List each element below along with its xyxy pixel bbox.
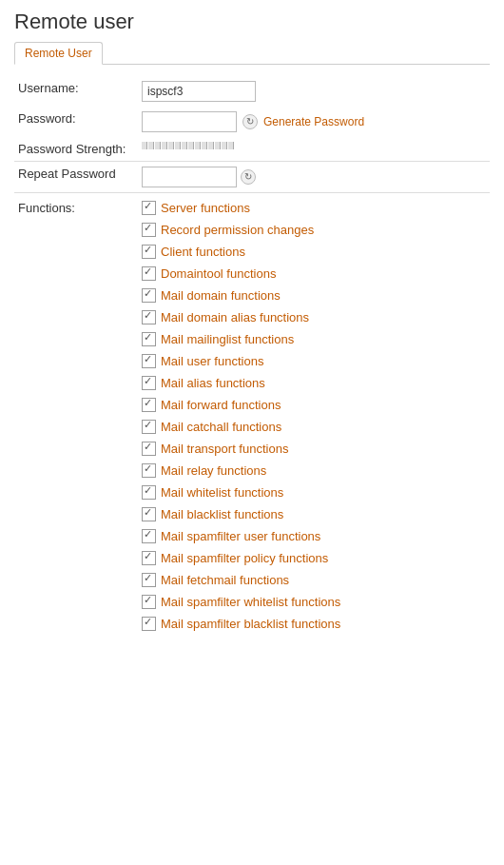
username-input[interactable] (142, 81, 256, 102)
function-item-mail_transport: Mail transport functions (142, 439, 486, 459)
checkbox-mail_catchall[interactable] (142, 420, 156, 434)
tab-bar: Remote User (14, 42, 490, 65)
function-label-record_permission[interactable]: Record permission changes (161, 223, 314, 237)
checkbox-mail_spamfilter_blacklist[interactable] (142, 617, 156, 631)
function-label-mail_catchall[interactable]: Mail catchall functions (161, 420, 281, 434)
function-item-mail_user: Mail user functions (142, 351, 486, 371)
functions-list: Server functionsRecord permission change… (142, 198, 486, 634)
strength-tick (142, 142, 147, 149)
function-item-mail_spamfilter_whitelist: Mail spamfilter whitelist functions (142, 592, 486, 612)
generate-password-link[interactable]: Generate Password (263, 115, 364, 128)
strength-tick (215, 142, 221, 149)
checkbox-mail_spamfilter_whitelist[interactable] (142, 595, 156, 609)
function-label-mail_spamfilter_whitelist[interactable]: Mail spamfilter whitelist functions (161, 595, 340, 609)
strength-tick (168, 142, 174, 149)
functions-row: Functions: Server functionsRecord permis… (14, 193, 490, 639)
password-label: Password: (14, 107, 138, 137)
function-label-server[interactable]: Server functions (161, 201, 250, 215)
function-label-mail_domain[interactable]: Mail domain functions (161, 288, 281, 303)
checkbox-mail_fetchmail[interactable] (142, 573, 156, 587)
function-label-mail_user[interactable]: Mail user functions (161, 354, 263, 368)
function-label-client[interactable]: Client functions (161, 245, 245, 259)
checkbox-domaintool[interactable] (142, 266, 156, 281)
function-item-mail_domain: Mail domain functions (142, 285, 486, 305)
function-label-mail_spamfilter_policy[interactable]: Mail spamfilter policy functions (161, 551, 328, 565)
strength-tick (188, 142, 194, 149)
strength-tick (162, 142, 167, 149)
strength-tick (202, 142, 207, 149)
strength-tick (182, 142, 187, 149)
form-table: Username: Password: ↻ Generate Password … (14, 76, 490, 639)
password-input[interactable] (142, 111, 237, 132)
checkbox-mail_domain_alias[interactable] (142, 310, 156, 324)
strength-tick (175, 142, 181, 149)
strength-tick (148, 142, 154, 149)
checkbox-client[interactable] (142, 245, 156, 259)
strength-bar-container (142, 142, 486, 149)
checkbox-mail_blacklist[interactable] (142, 507, 156, 521)
strength-tick (195, 142, 201, 149)
checkbox-mail_mailinglist[interactable] (142, 332, 156, 346)
generate-icon[interactable]: ↻ (242, 114, 258, 129)
checkbox-mail_forward[interactable] (142, 398, 156, 412)
function-item-mail_spamfilter_policy: Mail spamfilter policy functions (142, 548, 486, 568)
function-item-mail_mailinglist: Mail mailinglist functions (142, 329, 486, 349)
repeat-password-label: Repeat Password (14, 162, 138, 193)
checkbox-mail_whitelist[interactable] (142, 485, 156, 500)
function-label-mail_fetchmail[interactable]: Mail fetchmail functions (161, 573, 289, 587)
function-label-mail_mailinglist[interactable]: Mail mailinglist functions (161, 332, 294, 346)
checkbox-record_permission[interactable] (142, 223, 156, 237)
repeat-generate-icon[interactable]: ↻ (241, 169, 256, 185)
strength-tick (222, 142, 227, 149)
strength-tick (228, 142, 234, 149)
strength-tick (155, 142, 161, 149)
function-item-mail_fetchmail: Mail fetchmail functions (142, 570, 486, 590)
function-item-mail_whitelist: Mail whitelist functions (142, 482, 486, 502)
tab-remote-user[interactable]: Remote User (14, 42, 103, 65)
function-label-mail_spamfilter_user[interactable]: Mail spamfilter user functions (161, 529, 320, 543)
function-label-mail_domain_alias[interactable]: Mail domain alias functions (161, 310, 309, 324)
repeat-password-input[interactable] (142, 167, 237, 187)
function-item-mail_forward: Mail forward functions (142, 395, 486, 415)
checkbox-mail_relay[interactable] (142, 463, 156, 478)
checkbox-mail_domain[interactable] (142, 288, 156, 303)
strength-row: Password Strength: (14, 137, 490, 162)
function-item-server: Server functions (142, 198, 486, 218)
repeat-password-row: Repeat Password ↻ (14, 162, 490, 193)
function-item-mail_spamfilter_blacklist: Mail spamfilter blacklist functions (142, 614, 486, 634)
function-label-mail_spamfilter_blacklist[interactable]: Mail spamfilter blacklist functions (161, 617, 340, 631)
password-row: Password: ↻ Generate Password (14, 107, 490, 137)
function-item-mail_relay: Mail relay functions (142, 461, 486, 481)
function-item-client: Client functions (142, 242, 486, 262)
function-label-mail_alias[interactable]: Mail alias functions (161, 376, 265, 390)
function-item-mail_catchall: Mail catchall functions (142, 417, 486, 437)
repeat-password-container: ↻ (142, 167, 486, 187)
checkbox-mail_transport[interactable] (142, 442, 156, 456)
function-label-domaintool[interactable]: Domaintool functions (161, 266, 276, 281)
checkbox-mail_user[interactable] (142, 354, 156, 368)
page-title: Remote user (14, 10, 490, 34)
checkbox-server[interactable] (142, 201, 156, 215)
function-item-mail_domain_alias: Mail domain alias functions (142, 307, 486, 327)
strength-tick (208, 142, 214, 149)
username-label: Username: (14, 76, 138, 107)
function-label-mail_relay[interactable]: Mail relay functions (161, 463, 266, 478)
strength-label: Password Strength: (14, 137, 138, 162)
checkbox-mail_alias[interactable] (142, 376, 156, 390)
username-row: Username: (14, 76, 490, 107)
function-label-mail_forward[interactable]: Mail forward functions (161, 398, 281, 412)
function-label-mail_blacklist[interactable]: Mail blacklist functions (161, 507, 283, 521)
function-label-mail_transport[interactable]: Mail transport functions (161, 442, 288, 456)
functions-label: Functions: (14, 193, 138, 639)
function-item-record_permission: Record permission changes (142, 220, 486, 240)
checkbox-mail_spamfilter_policy[interactable] (142, 551, 156, 565)
function-label-mail_whitelist[interactable]: Mail whitelist functions (161, 485, 283, 500)
function-item-mail_alias: Mail alias functions (142, 373, 486, 393)
checkbox-mail_spamfilter_user[interactable] (142, 529, 156, 543)
function-item-mail_blacklist: Mail blacklist functions (142, 504, 486, 524)
function-item-mail_spamfilter_user: Mail spamfilter user functions (142, 526, 486, 546)
function-item-domaintool: Domaintool functions (142, 264, 486, 284)
